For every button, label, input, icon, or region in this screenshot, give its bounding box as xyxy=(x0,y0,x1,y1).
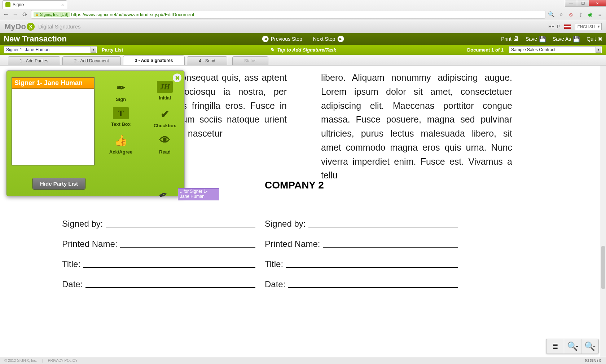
vertical-scrollbar[interactable] xyxy=(600,66,606,357)
back-button[interactable]: ← xyxy=(3,11,9,18)
url-text: https://www.signix.net/ui/tx/wizard/inde… xyxy=(71,12,194,17)
bookmark-icon[interactable]: ☆ xyxy=(558,12,564,18)
logo-x-icon: X xyxy=(27,23,35,31)
textbox-tool[interactable]: TText Box xyxy=(103,107,139,128)
tab-add-signatures[interactable]: 3 - Add Signatures xyxy=(123,56,185,65)
footer: © 2012 SIGNiX, Inc. | PRIVACY POLICY SIG… xyxy=(0,357,606,364)
read-tool[interactable]: 👁Read xyxy=(147,133,183,155)
key-icon[interactable]: ℓ xyxy=(578,12,584,18)
adblock-icon[interactable]: ⦸ xyxy=(568,12,574,18)
browser-tab[interactable]: Signix × xyxy=(2,0,67,9)
url-row: ← → ⟳ Signix, Inc. [US] https://www.sign… xyxy=(0,9,606,20)
checkbox-tool[interactable]: ✔Checkbox xyxy=(147,107,183,128)
tab-add-document[interactable]: 2 - Add Document xyxy=(62,56,121,65)
caret-down-icon: ▼ xyxy=(91,47,96,53)
logo: MyDoX xyxy=(4,22,35,31)
thumbs-up-icon: 👍 xyxy=(112,133,130,147)
zoom-text-icon[interactable]: 🔍 xyxy=(548,12,554,18)
copyright: © 2012 SIGNiX, Inc. xyxy=(4,359,37,363)
document-count: Document 1 of 1 xyxy=(467,47,504,53)
url-bar[interactable]: Signix, Inc. [US] https://www.signix.net… xyxy=(31,10,545,19)
save-icon: 💾 xyxy=(539,36,546,43)
tab-title: Signix xyxy=(13,2,25,7)
check-icon: ✔ xyxy=(156,107,174,121)
initial-tool[interactable]: JHInitial xyxy=(147,81,183,102)
quit-icon: ✖ xyxy=(598,36,602,43)
signer-select[interactable]: Signer 1- Jane Human▼ xyxy=(4,46,97,53)
extension-icons: 🔍 ☆ ⦸ ℓ ◉ ≡ xyxy=(548,12,603,18)
quit-button[interactable]: Quit✖ xyxy=(587,36,602,43)
wizard-tabs: 1 - Add Parties 2 - Add Document 3 - Add… xyxy=(0,55,606,66)
forward-button[interactable]: → xyxy=(12,11,19,18)
tab-close-icon[interactable]: × xyxy=(61,2,64,8)
zoom-out-button[interactable]: 🔍− xyxy=(581,339,598,354)
save-as-icon: 💾 xyxy=(573,36,580,43)
signer-list-item[interactable]: Signer 1- Jane Human xyxy=(12,77,94,89)
tap-to-add-hint: ✎ Tap to Add Signature/Task xyxy=(270,47,336,53)
browser-chrome: Signix × — ❐ ✕ ← → ⟳ Signix, Inc. [US] h… xyxy=(0,0,606,20)
previous-step-button[interactable]: ◄Previous Step xyxy=(262,36,302,42)
pen-icon: ✎ xyxy=(270,47,274,53)
pen-icon: ✒ xyxy=(112,81,130,94)
scrollbar-thumb[interactable] xyxy=(601,246,605,289)
zoom-controls: ≣ 🔍+ 🔍− xyxy=(546,339,599,354)
signature-tools: ✒Sign JHInitial TText Box ✔Checkbox 👍Ack… xyxy=(103,81,183,155)
favicon xyxy=(5,2,10,7)
tab-add-parties[interactable]: 1 - Add Parties xyxy=(8,56,60,65)
doc-column-2: libero. Aliquam nonummy adipiscing augue… xyxy=(321,71,512,182)
language-select[interactable]: ENGLISH xyxy=(575,23,602,30)
caret-down-icon: ▼ xyxy=(596,47,601,53)
ack-agree-tool[interactable]: 👍Ack/Agree xyxy=(103,133,139,155)
save-as-button[interactable]: Save As💾 xyxy=(553,36,580,43)
close-window-button[interactable]: ✕ xyxy=(589,0,606,6)
company-2-heading: COMPANY 2 xyxy=(265,179,324,191)
textbox-icon: T xyxy=(113,107,129,119)
footer-brand: SIGNiX xyxy=(585,358,602,363)
party-panel: ✖ Signer 1- Jane Human ✒Sign JHInitial T… xyxy=(6,70,185,196)
initials-icon: JH xyxy=(157,81,173,93)
help-link[interactable]: HELP xyxy=(548,24,559,29)
tagline: Digital Signatures xyxy=(38,23,81,30)
arrow-left-icon: ◄ xyxy=(262,36,269,42)
signature-block-1: Signed by: Printed Name: Title: Date: xyxy=(62,219,255,299)
sub-bar: Signer 1- Jane Human▼ Party List ✎ Tap t… xyxy=(0,45,606,55)
maximize-button[interactable]: ❐ xyxy=(577,0,589,6)
transaction-bar: New Transaction ◄Previous Step Next Step… xyxy=(0,33,606,45)
transaction-title: New Transaction xyxy=(4,34,67,44)
signature-block-2: Signed by: Printed Name: Title: Date: xyxy=(265,219,458,299)
flag-us-icon xyxy=(564,25,571,29)
menu-icon[interactable]: ≡ xyxy=(597,12,603,18)
minimize-button[interactable]: — xyxy=(565,0,577,6)
signer-list[interactable]: Signer 1- Jane Human xyxy=(12,77,95,165)
https-badge: Signix, Inc. [US] xyxy=(34,12,70,17)
evernote-icon[interactable]: ◉ xyxy=(587,12,593,18)
print-button[interactable]: Print🖶 xyxy=(501,36,519,43)
arrow-right-icon: ► xyxy=(337,36,344,42)
eye-icon: 👁 xyxy=(156,133,174,147)
hide-party-list-button[interactable]: Hide Party List xyxy=(32,178,85,190)
privacy-policy-link[interactable]: PRIVACY POLICY xyxy=(48,359,78,363)
tab-send[interactable]: 4 - Send xyxy=(187,56,227,65)
window-controls: — ❐ ✕ xyxy=(565,0,606,6)
app-header: MyDoX Digital Signatures HELP ENGLISH xyxy=(0,20,606,33)
text-width-button[interactable]: ≣ xyxy=(546,339,564,354)
next-step-button[interactable]: Next Step► xyxy=(313,36,344,42)
sign-tool[interactable]: ✒Sign xyxy=(103,81,139,102)
save-button[interactable]: Save💾 xyxy=(526,36,546,43)
document-select[interactable]: Sample Sales Contract▼ xyxy=(509,46,602,53)
print-icon: 🖶 xyxy=(513,36,519,42)
drag-placement-label[interactable]: ...for Signer 1-Jane Human xyxy=(178,188,219,200)
reload-button[interactable]: ⟳ xyxy=(22,11,28,18)
party-list-label: Party List xyxy=(102,47,123,53)
tab-status[interactable]: Status xyxy=(232,56,268,65)
zoom-in-button[interactable]: 🔍+ xyxy=(564,339,581,354)
tab-strip: Signix × — ❐ ✕ xyxy=(0,0,606,9)
